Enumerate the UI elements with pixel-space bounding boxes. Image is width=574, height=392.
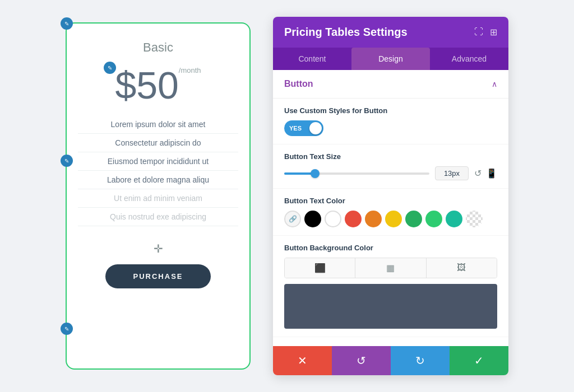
feature-5: Ut enim ad minim veniam: [78, 189, 238, 208]
edit-dot-bottom-left[interactable]: ✎: [61, 323, 73, 335]
move-icon[interactable]: ✛: [154, 242, 163, 255]
purchase-button[interactable]: PURCHASE: [105, 264, 211, 288]
settings-body: Button ∧ Use Custom Styles for Button YE…: [273, 70, 508, 346]
text-size-value[interactable]: 13px: [435, 166, 469, 180]
swatch-green-dark[interactable]: [405, 211, 422, 227]
toggle-thumb: [309, 122, 322, 134]
feature-6: Quis nostrud exe adipiscing: [78, 208, 238, 226]
undo-button[interactable]: ↺: [332, 346, 391, 375]
toggle-yes-label: YES: [286, 124, 305, 133]
price-suffix: /month: [179, 66, 201, 79]
tab-design[interactable]: Design: [351, 48, 430, 70]
text-color-swatches: 🔗: [284, 211, 497, 227]
text-size-label: Button Text Size: [284, 152, 497, 161]
text-color-row: Button Text Color 🔗: [273, 189, 508, 236]
text-size-slider-row: 13px ↺ 📱: [284, 166, 497, 180]
custom-styles-row: Use Custom Styles for Button YES: [273, 99, 508, 144]
fullscreen-icon[interactable]: ⛶: [474, 27, 483, 38]
swatch-black[interactable]: [304, 211, 321, 227]
confirm-button[interactable]: ✓: [450, 346, 508, 375]
feature-4: Labore et dolore magna aliqu: [78, 171, 238, 189]
swatch-transparent[interactable]: [466, 211, 483, 227]
settings-title: Pricing Tables Settings: [284, 26, 408, 39]
swatch-link[interactable]: 🔗: [284, 211, 301, 227]
section-collapse-icon[interactable]: ∧: [492, 80, 497, 88]
feature-1: Lorem ipsum dolor sit amet: [78, 115, 238, 134]
cancel-button[interactable]: ✕: [273, 346, 332, 375]
reset-icon[interactable]: ↺: [474, 168, 482, 179]
toggle-container: YES: [284, 120, 497, 136]
swatch-orange[interactable]: [365, 211, 382, 227]
features-list: Lorem ipsum dolor sit amet Consectetur a…: [78, 115, 238, 226]
tab-content[interactable]: Content: [273, 48, 351, 70]
bg-tab-solid[interactable]: ⬛: [285, 258, 355, 278]
slider-icons: ↺ 📱: [474, 168, 497, 179]
bg-tab-gradient[interactable]: ▦: [355, 258, 426, 278]
text-size-slider-track[interactable]: [284, 172, 429, 175]
price-amount: $50: [115, 66, 178, 104]
swatch-green-light[interactable]: [425, 211, 442, 227]
bottom-bar: ✕ ↺ ↻ ✓: [273, 346, 508, 375]
color-preview: [284, 284, 497, 329]
price-edit-dot[interactable]: ✎: [104, 62, 116, 74]
slider-fill: [284, 172, 313, 175]
tab-advanced[interactable]: Advanced: [430, 48, 508, 70]
redo-button[interactable]: ↻: [391, 346, 450, 375]
text-size-row: Button Text Size 13px ↺ 📱: [273, 144, 508, 189]
price-container: ✎ $50 /month: [115, 66, 201, 104]
swatch-white[interactable]: [325, 211, 341, 227]
swatch-yellow[interactable]: [385, 211, 402, 227]
feature-3: Eiusmod tempor incididunt ut: [78, 152, 238, 171]
bg-tab-image[interactable]: 🖼: [427, 258, 497, 278]
custom-styles-toggle[interactable]: YES: [284, 120, 323, 136]
bg-color-label: Button Background Color: [284, 244, 497, 252]
grid-icon[interactable]: ⊞: [490, 27, 497, 38]
edit-dot-top-left[interactable]: ✎: [61, 17, 73, 30]
edit-dot-left-mid[interactable]: ✎: [61, 155, 73, 167]
settings-header: Pricing Tables Settings ⛶ ⊞: [273, 17, 508, 48]
swatch-red[interactable]: [345, 211, 362, 227]
price-period: /month: [179, 66, 201, 74]
header-icons: ⛶ ⊞: [474, 27, 497, 38]
mobile-icon[interactable]: 📱: [486, 168, 497, 179]
button-section-header: Button ∧: [273, 70, 508, 99]
settings-tabs: Content Design Advanced: [273, 48, 508, 70]
bg-color-tabs: ⬛ ▦ 🖼: [284, 258, 497, 278]
swatch-teal[interactable]: [446, 211, 462, 227]
button-section-title: Button: [284, 79, 313, 89]
text-color-label: Button Text Color: [284, 197, 497, 205]
feature-2: Consectetur adipiscin do: [78, 134, 238, 152]
bg-color-row: Button Background Color ⬛ ▦ 🖼: [273, 236, 508, 337]
settings-panel: Pricing Tables Settings ⛶ ⊞ Content Desi…: [273, 17, 508, 375]
pricing-card: ✎ ✎ ✎ Basic ✎ $50 /month Lorem ipsum dol…: [66, 22, 251, 370]
slider-thumb[interactable]: [311, 169, 320, 178]
custom-styles-label: Use Custom Styles for Button: [284, 106, 497, 115]
plan-title: Basic: [143, 40, 173, 55]
